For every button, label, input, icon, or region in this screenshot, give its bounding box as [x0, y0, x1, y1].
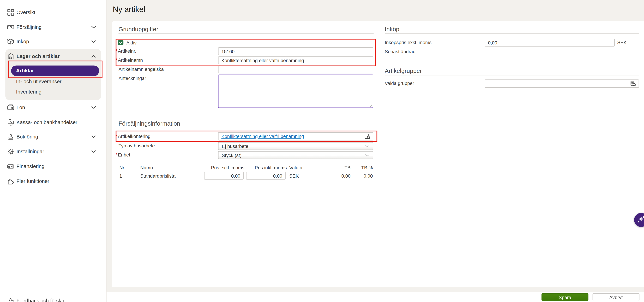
section-title-purchase: Inköp: [385, 26, 399, 33]
price-table-header-tb: TB: [329, 165, 350, 171]
sidebar-item-cash-bank[interactable]: Kassa- och bankhändelser: [0, 117, 106, 128]
price-table-header-price-excl: Pris exkl. moms: [202, 165, 244, 171]
thumbs-up-icon: [7, 297, 14, 302]
cash-exchange-icon: [7, 119, 14, 126]
app-root: Översikt Försäljning Inköp Lager och art…: [0, 0, 644, 302]
checkmark-icon: [118, 40, 123, 45]
section-title-sales-info: Försäljningsinformation: [118, 120, 180, 127]
sidebar-item-label: Bokföring: [16, 134, 38, 140]
sidebar-item-articles[interactable]: Artiklar: [11, 66, 99, 76]
unit-value: Styck (st): [222, 153, 366, 158]
sidebar-item-feedback[interactable]: Feedback och förslag: [0, 295, 106, 302]
sidebar-item-in-out-deliveries[interactable]: In- och utleveranser: [11, 76, 99, 87]
stamp-icon: [7, 133, 14, 140]
chevron-down-icon: [91, 136, 96, 138]
selected-groups-label: Valda grupper: [385, 80, 414, 86]
article-no-input[interactable]: [218, 47, 373, 55]
chevron-down-icon: [91, 150, 96, 153]
section-divider: [118, 128, 374, 128]
sidebar-item-label: Fler funktioner: [16, 178, 49, 184]
article-name-label: *Artikelnamn: [116, 57, 143, 63]
required-marker: *: [116, 152, 118, 157]
article-accounting-field[interactable]: Konfliktersättning eller valfri benämnin…: [218, 132, 373, 141]
wallet-icon: [7, 104, 14, 111]
article-name-input[interactable]: [218, 57, 373, 64]
unit-select[interactable]: Styck (st): [218, 151, 373, 159]
cash-icon: [7, 24, 14, 31]
grid-icon: [7, 9, 14, 16]
sidebar-item-label: Kassa- och bankhändelser: [16, 119, 77, 125]
chevron-down-icon: [91, 106, 96, 109]
price-table-header-nr: Nr: [119, 165, 124, 171]
sidebar-item-sales[interactable]: Försäljning: [0, 22, 106, 33]
warehouse-icon: [7, 53, 14, 60]
save-button[interactable]: Spara: [542, 293, 588, 301]
gear-icon: [7, 148, 14, 155]
article-accounting-label: *Artikelkontering: [116, 134, 150, 139]
sidebar-item-payroll[interactable]: Lön: [0, 102, 106, 113]
sparkle-icon: [637, 215, 644, 224]
browse-list-icon[interactable]: [364, 134, 370, 139]
sidebar-item-purchasing[interactable]: Inköp: [0, 36, 106, 47]
notes-textarea[interactable]: [218, 75, 373, 108]
unit-label: *Enhet: [116, 152, 130, 158]
purchase-price-input[interactable]: [485, 39, 615, 47]
chevron-down-icon: [91, 26, 96, 28]
price-table-header-price-incl: Pris inkl. moms: [244, 165, 287, 171]
cancel-button[interactable]: Avbryt: [592, 293, 640, 301]
price-incl-input[interactable]: [246, 172, 286, 180]
price-table-header-currency: Valuta: [289, 165, 302, 171]
sidebar: Översikt Försäljning Inköp Lager och art…: [0, 0, 106, 302]
resize-grip[interactable]: [369, 104, 372, 107]
price-row-tb-pct: 0,00: [352, 173, 373, 179]
required-marker: *: [116, 134, 118, 139]
sidebar-item-settings[interactable]: Inställningar: [0, 146, 106, 157]
sidebar-item-more-features[interactable]: Fler funktioner: [0, 176, 106, 186]
section-divider: [385, 33, 639, 34]
sidebar-item-label: Artiklar: [16, 68, 34, 74]
section-divider: [118, 33, 374, 34]
chevron-up-icon: [91, 55, 96, 58]
selected-groups-field[interactable]: [485, 80, 639, 88]
credit-card-icon: [7, 163, 14, 170]
sidebar-item-financing[interactable]: Finansiering: [0, 161, 106, 172]
article-name-en-input[interactable]: [218, 66, 373, 74]
browse-list-icon[interactable]: [630, 81, 636, 87]
notes-label: Anteckningar: [118, 75, 146, 81]
house-work-label: Typ av husarbete: [118, 143, 155, 149]
sidebar-item-label: Försäljning: [16, 24, 42, 30]
sidebar-item-accounting[interactable]: Bokföring: [0, 131, 106, 142]
sidebar-item-label: Lön: [16, 105, 25, 111]
last-changed-label: Senast ändrad: [385, 49, 416, 54]
sidebar-item-label: Lager och artiklar: [16, 54, 60, 59]
price-row-tb: 0,00: [329, 173, 350, 179]
box-icon: [7, 38, 14, 45]
article-accounting-link[interactable]: Konfliktersättning eller valfri benämnin…: [221, 134, 364, 139]
puzzle-icon: [7, 178, 14, 185]
sidebar-item-label: Inköp: [16, 39, 29, 45]
section-title-basic-info: Grunduppgifter: [118, 26, 158, 33]
price-row-name: Standardprislista: [140, 173, 176, 179]
sidebar-item-overview[interactable]: Översikt: [0, 7, 106, 18]
purchase-price-label: Inköpspris exkl. moms: [385, 40, 432, 45]
required-marker: *: [116, 49, 118, 54]
house-work-value: Ej husarbete: [222, 144, 366, 149]
active-label: Aktiv: [126, 40, 136, 46]
chevron-down-icon: [366, 154, 370, 156]
required-marker: *: [116, 58, 118, 63]
price-row-nr: 1: [119, 173, 122, 179]
price-table-header-tb-pct: TB %: [352, 165, 373, 171]
sidebar-item-inventory-group[interactable]: Lager och artiklar: [0, 51, 106, 62]
article-name-en-label: Artikelnamn engelska: [118, 66, 164, 72]
section-title-article-groups: Artikelgrupper: [385, 68, 422, 74]
house-work-select[interactable]: Ej husarbete: [218, 142, 373, 150]
price-table-header-name: Namn: [140, 165, 153, 171]
purchase-currency-label: SEK: [617, 40, 627, 45]
sidebar-item-label: Finansiering: [16, 164, 44, 169]
active-checkbox[interactable]: [118, 40, 124, 45]
sidebar-item-label: In- och utleveranser: [16, 79, 62, 84]
price-row-currency: SEK: [289, 173, 299, 179]
price-excl-input[interactable]: [204, 172, 244, 180]
sidebar-item-stocktaking[interactable]: Inventering: [11, 87, 99, 97]
section-divider: [385, 75, 639, 75]
